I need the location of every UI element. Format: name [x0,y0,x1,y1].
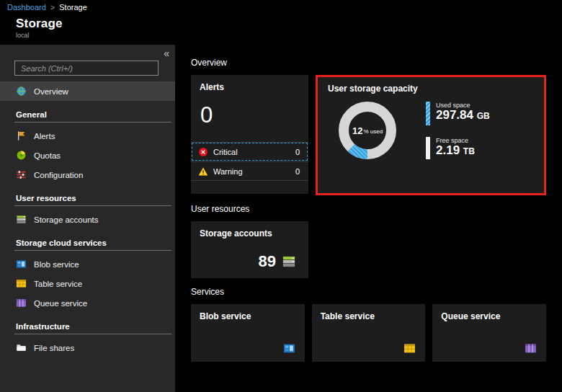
page-title: Storage [16,17,562,31]
breadcrumb-current: Storage [59,3,87,12]
divider [14,122,171,122]
sidebar-item-label: Table service [34,280,82,288]
storage-accounts-tile-title: Storage accounts [191,221,308,239]
storage-accounts-icon [281,254,297,269]
used-space-bar [426,102,430,125]
used-percent-caption: % used [363,128,383,135]
sidebar-item-label: Queue service [34,299,87,308]
file-shares-folder-icon [16,342,27,353]
search-input[interactable] [14,61,159,76]
free-space-unit: TB [463,146,475,156]
queue-service-tile[interactable]: Queue service [432,304,546,362]
free-space-stat: Free space 2.19 TB [426,137,490,159]
collapse-sidebar-icon[interactable]: « [164,48,169,58]
blob-service-tile-title: Blob service [191,304,305,321]
sidebar-item-file-shares[interactable]: File shares [0,338,175,357]
free-space-value: 2.19 [436,143,460,157]
sidebar: « Overview General Alerts Quotas Configu… [0,45,175,392]
critical-label: Critical [213,148,238,156]
sidebar-section-user-resources: User resources [0,184,175,205]
sidebar-item-label: Quotas [34,151,61,160]
services-heading: Services [191,287,546,297]
alerts-tile-footer [191,181,308,194]
alerts-total-count: 0 [191,92,308,142]
page-header: Storage local [0,14,562,45]
warning-alerts-row[interactable]: Warning 0 [191,161,308,181]
queue-service-icon [524,342,538,355]
sidebar-item-label: Overview [34,87,68,96]
app-window: Dashboard > Storage Storage local « Over… [0,0,562,392]
queue-service-tile-title: Queue service [432,304,546,321]
divider [14,334,171,334]
sidebar-item-label: Configuration [34,171,83,179]
storage-accounts-tile[interactable]: Storage accounts 89 [191,221,308,278]
sidebar-section-storage-cloud-services: Storage cloud services [0,229,175,250]
divider [14,205,171,206]
donut-center-label: 12 % used [336,99,398,161]
capacity-tile-title: User storage capacity [318,77,544,94]
sidebar-item-alerts[interactable]: Alerts [0,126,175,146]
user-storage-capacity-tile[interactable]: User storage capacity [316,75,546,195]
used-space-unit: GB [477,111,490,121]
storage-accounts-count: 89 [259,252,276,271]
warning-icon [198,166,208,177]
used-space-value: 297.84 [436,108,473,122]
critical-icon [198,147,208,157]
sidebar-item-overview[interactable]: Overview [0,81,175,101]
sidebar-section-general: General [0,101,175,122]
quotas-gauge-icon [16,150,27,161]
user-resources-heading: User resources [191,204,546,214]
sidebar-item-label: Alerts [34,132,55,141]
sidebar-item-label: Storage accounts [34,215,99,224]
sidebar-item-configuration[interactable]: Configuration [0,165,175,184]
critical-count: 0 [295,148,300,156]
globe-icon [16,86,27,97]
alerts-tile-title: Alerts [191,75,308,92]
warning-label: Warning [213,167,243,176]
used-space-stat: Used space 297.84 GB [426,102,490,125]
warning-count: 0 [295,167,300,176]
alerts-tile[interactable]: Alerts 0 Critical 0 Warning 0 [191,75,308,194]
sidebar-item-quotas[interactable]: Quotas [0,146,175,165]
dashboard-content: Overview Alerts 0 Critical 0 Warning 0 [175,45,562,392]
overview-heading: Overview [191,58,546,68]
sidebar-item-storage-accounts[interactable]: Storage accounts [0,210,175,229]
table-service-tile[interactable]: Table service [312,304,426,362]
blob-service-tile[interactable]: Blob service [191,304,305,362]
breadcrumb-dashboard-link[interactable]: Dashboard [7,3,46,12]
page-subtitle: local [16,32,562,39]
table-service-tile-title: Table service [312,304,426,321]
breadcrumb: Dashboard > Storage [0,0,562,14]
alerts-flag-icon [16,130,27,141]
table-service-icon [16,278,27,289]
blob-service-icon [282,342,296,355]
table-service-icon [403,342,416,355]
used-percent-value: 12 [352,125,362,136]
sidebar-item-label: File shares [34,344,74,352]
breadcrumb-separator: > [50,3,55,12]
sidebar-item-blob-service[interactable]: Blob service [0,254,175,274]
sidebar-section-infrastructure: Infrastructure [0,313,175,334]
blob-service-icon [16,259,27,270]
sidebar-item-queue-service[interactable]: Queue service [0,293,175,313]
critical-alerts-row[interactable]: Critical 0 [191,142,308,161]
divider [14,250,171,251]
storage-accounts-icon [16,214,27,225]
capacity-donut-chart: 12 % used [336,99,398,161]
queue-service-icon [16,298,27,308]
free-space-bar [426,137,430,159]
configuration-sliders-icon [16,169,27,180]
sidebar-item-table-service[interactable]: Table service [0,274,175,293]
sidebar-item-label: Blob service [34,260,79,269]
